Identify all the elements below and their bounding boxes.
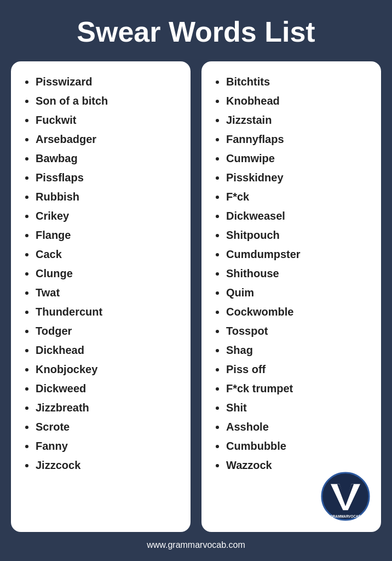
list-item: Jizzstain xyxy=(226,111,370,130)
lists-container: PisswizardSon of a bitchFuckwitArsebadge… xyxy=(11,61,381,532)
list-item: Pisskidney xyxy=(226,168,370,187)
list-item: Pisswizard xyxy=(36,72,180,91)
list-item: Dickhead xyxy=(36,341,180,360)
list-item: Crikey xyxy=(36,207,180,226)
list-item: Bawbag xyxy=(36,149,180,168)
list-item: Cumbubble xyxy=(226,437,370,456)
list-item: F*ck trumpet xyxy=(226,379,370,398)
list-item: Scrote xyxy=(36,417,180,437)
list-item: Clunge xyxy=(36,264,180,283)
list-item: Cockwomble xyxy=(226,302,370,322)
list-item: Fanny xyxy=(36,437,180,456)
list-item: Shithouse xyxy=(226,264,370,283)
list-item: Son of a bitch xyxy=(36,91,180,111)
left-list-box: PisswizardSon of a bitchFuckwitArsebadge… xyxy=(11,61,191,532)
list-item: Tosspot xyxy=(226,322,370,341)
list-item: Shag xyxy=(226,341,370,360)
list-item: Cumdumpster xyxy=(226,245,370,264)
list-item: Cack xyxy=(36,245,180,264)
list-item: F*ck xyxy=(226,187,370,207)
list-item: Piss off xyxy=(226,360,370,379)
logo-area: GRAMMARVOCAB xyxy=(321,472,370,521)
page-title: Swear Words List xyxy=(77,16,315,48)
right-list: BitchtitsKnobheadJizzstainFannyflapsCumw… xyxy=(215,72,370,475)
list-item: Pissflaps xyxy=(36,168,180,187)
list-item: Thundercunt xyxy=(36,302,180,322)
svg-text:GRAMMARVOCAB: GRAMMARVOCAB xyxy=(330,514,361,518)
list-item: Knobjockey xyxy=(36,360,180,379)
list-item: Arsebadger xyxy=(36,130,180,149)
list-item: Bitchtits xyxy=(226,72,370,91)
list-item: Fannyflaps xyxy=(226,130,370,149)
list-item: Asshole xyxy=(226,417,370,437)
right-list-box: BitchtitsKnobheadJizzstainFannyflapsCumw… xyxy=(201,61,381,532)
list-item: Twat xyxy=(36,283,180,302)
list-item: Flange xyxy=(36,226,180,245)
list-item: Quim xyxy=(226,283,370,302)
footer-text: www.grammarvocab.com xyxy=(147,540,245,550)
svg-point-0 xyxy=(322,473,369,520)
list-item: Todger xyxy=(36,322,180,341)
list-item: Shit xyxy=(226,398,370,417)
list-item: Jizzbreath xyxy=(36,398,180,417)
list-item: Rubbish xyxy=(36,187,180,207)
list-item: Jizzcock xyxy=(36,456,180,475)
list-item: Cumwipe xyxy=(226,149,370,168)
list-item: Knobhead xyxy=(226,91,370,111)
list-item: Fuckwit xyxy=(36,111,180,130)
list-item: Dickweed xyxy=(36,379,180,398)
list-item: Dickweasel xyxy=(226,207,370,226)
left-list: PisswizardSon of a bitchFuckwitArsebadge… xyxy=(25,72,180,475)
list-item: Shitpouch xyxy=(226,226,370,245)
